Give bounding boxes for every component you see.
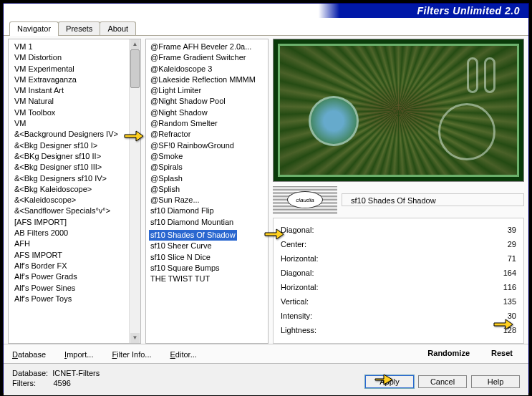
current-filter-name: sf10 Shades Of Shadow (342, 193, 524, 206)
filter-list[interactable]: @Frame AFH Beveler 2.0a...@Frame Gradien… (145, 39, 269, 344)
param-row[interactable]: Diagonal:39 (281, 223, 516, 237)
filter-item[interactable]: @Night Shadow (149, 107, 265, 118)
filter-item[interactable]: sf10 Sheer Curve (149, 241, 265, 251)
category-item[interactable]: Alf's Power Toys (13, 294, 129, 304)
param-row[interactable]: Center:29 (281, 237, 516, 251)
filter-info-button[interactable]: Filter Info... (109, 349, 154, 360)
cancel-button[interactable]: Cancel (418, 375, 467, 388)
param-label: Vertical: (281, 297, 482, 306)
db-label: Database: (12, 369, 48, 377)
param-row[interactable]: Lightness:128 (281, 323, 516, 337)
param-row[interactable]: Diagonal:164 (281, 266, 516, 280)
title-bar: Filters Unlimited 2.0 (4, 4, 528, 18)
scroll-down-arrow[interactable]: ▼ (130, 333, 140, 343)
help-button[interactable]: Help (471, 375, 520, 388)
category-item[interactable]: &<Bkg Designers sf10 IV> (13, 173, 129, 184)
category-item[interactable]: Alf's Power Sines (13, 283, 129, 294)
filter-item[interactable]: sf10 Diamond Mountian (149, 217, 265, 228)
scroll-thumb[interactable] (130, 49, 140, 88)
param-row[interactable]: Horizontal:71 (281, 251, 516, 266)
category-item[interactable]: &<Bkg Designer sf10 III> (13, 162, 129, 173)
app-title: Filters Unlimited 2.0 (417, 5, 520, 16)
filter-item[interactable]: @Frame AFH Beveler 2.0a... (149, 42, 265, 52)
filters-label: Filters: (12, 379, 36, 387)
parameter-list: Diagonal:39Center:29Horizontal:71Diagona… (273, 218, 524, 344)
param-label: Lightness: (281, 326, 482, 334)
footer-info: Database: ICNET-Filters Filters: 4596 (12, 368, 100, 388)
main-area: VM 1VM DistortionVM ExperimentalVM Extra… (4, 36, 528, 344)
filter-item[interactable]: sf10 Slice N Dice (149, 252, 265, 263)
filter-item[interactable]: @Frame Gradient Switcher (149, 52, 265, 63)
filter-item[interactable]: @Splish (149, 184, 265, 195)
filter-item[interactable]: @Sun Raze... (149, 195, 265, 206)
param-value: 29 (482, 240, 516, 248)
category-item[interactable]: AFH (13, 238, 129, 249)
preview-image (273, 39, 524, 182)
param-value: 116 (482, 283, 516, 291)
tab-navigator[interactable]: Navigator (9, 21, 59, 36)
category-item[interactable]: VM (13, 118, 129, 129)
filter-item[interactable]: @Light Limiter (149, 85, 265, 96)
toolbar-row: Database Import... Filter Info... Editor… (4, 344, 528, 363)
scrollbar[interactable]: ▲ ▼ (129, 39, 140, 343)
reset-button[interactable]: Reset (491, 349, 513, 360)
apply-button[interactable]: Apply (365, 375, 414, 388)
category-list[interactable]: VM 1VM DistortionVM ExperimentalVM Extra… (9, 39, 129, 343)
footer: Database: ICNET-Filters Filters: 4596 Ap… (4, 363, 528, 395)
param-value: 128 (482, 326, 516, 334)
category-item[interactable]: &<Bkg Designer sf10 I> (13, 140, 129, 151)
category-item[interactable]: Alf's Power Grads (13, 271, 129, 282)
category-item[interactable]: &<BKg Designer sf10 II> (13, 151, 129, 162)
param-row[interactable]: Intensity:30 (281, 309, 516, 323)
category-item[interactable]: AB Filters 2000 (13, 228, 129, 238)
param-value: 164 (482, 269, 516, 277)
category-item[interactable]: &<Kaleidoscope> (13, 195, 129, 206)
param-value: 39 (482, 226, 516, 234)
tab-presets[interactable]: Presets (58, 21, 100, 35)
param-row[interactable]: Vertical:135 (281, 294, 516, 309)
filter-item[interactable]: @SF!0 RainbowGround (149, 140, 265, 151)
category-item[interactable]: VM Experimental (13, 64, 129, 74)
category-item[interactable]: &<Background Designers IV> (13, 129, 129, 140)
param-label: Diagonal: (281, 269, 482, 277)
filter-item[interactable]: @Random Smelter (149, 118, 265, 129)
preview-panel: claudia sf10 Shades Of Shadow Diagonal:3… (273, 39, 524, 344)
param-label: Horizontal: (281, 254, 482, 263)
category-item[interactable]: VM Instant Art (13, 85, 129, 96)
param-row[interactable]: Horizontal:116 (281, 280, 516, 294)
filter-item[interactable]: @Refractor (149, 129, 265, 140)
filters-count: 4596 (53, 379, 70, 387)
category-item[interactable]: VM Toolbox (13, 107, 129, 118)
category-item[interactable]: VM Distortion (13, 52, 129, 63)
param-value: 30 (482, 312, 516, 320)
filter-item[interactable]: sf10 Square Bumps (149, 263, 265, 274)
filter-item[interactable]: @Smoke (149, 151, 265, 162)
category-item[interactable]: AFS IMPORT (13, 250, 129, 261)
category-item[interactable]: VM 1 (13, 42, 129, 52)
randomize-button[interactable]: Randomize (427, 349, 470, 360)
filter-item[interactable]: THE TWIST TUT (149, 274, 265, 284)
filter-item[interactable]: sf10 Shades Of Shadow (149, 230, 237, 241)
category-item[interactable]: [AFS IMPORT] (13, 217, 129, 228)
param-label: Intensity: (281, 312, 482, 320)
filter-item[interactable]: sf10 Diamond Flip (149, 206, 265, 216)
filter-item[interactable]: @Night Shadow Pool (149, 96, 265, 107)
footer-buttons: Apply Cancel Help (365, 375, 520, 388)
editor-button[interactable]: Editor... (168, 349, 200, 360)
filter-item[interactable]: @Spirals (149, 162, 265, 173)
import-button[interactable]: Import... (62, 349, 96, 360)
category-item[interactable]: VM Natural (13, 96, 129, 107)
dialog-window: Filters Unlimited 2.0 Navigator Presets … (3, 3, 529, 393)
param-value: 71 (482, 254, 516, 263)
scroll-up-arrow[interactable]: ▲ (130, 39, 140, 49)
category-item[interactable]: &<Bkg Kaleidoscope> (13, 184, 129, 195)
filter-item[interactable]: @Splash (149, 173, 265, 184)
filter-item[interactable]: @Lakeside Reflection MMMM (149, 74, 265, 85)
tabs: Navigator Presets About (4, 18, 528, 36)
database-button[interactable]: Database (9, 349, 49, 360)
category-item[interactable]: VM Extravaganza (13, 74, 129, 85)
tab-about[interactable]: About (100, 21, 136, 35)
category-item[interactable]: Alf's Border FX (13, 261, 129, 271)
category-item[interactable]: &<Sandflower Specials°v°> (13, 206, 129, 216)
filter-item[interactable]: @Kaleidoscope 3 (149, 64, 265, 74)
